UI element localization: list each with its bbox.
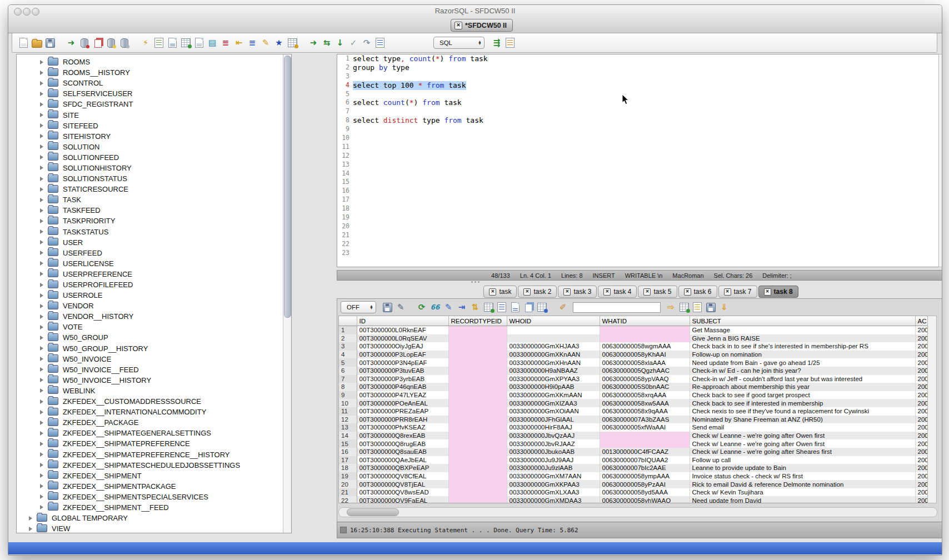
cell-subject[interactable]: Check nexis to see if they've found a re… bbox=[690, 407, 915, 416]
tree-item-rooms[interactable]: ROOMS bbox=[17, 57, 291, 67]
cell-whoid[interactable]: 0033000000GmXM7AAN bbox=[507, 472, 600, 481]
cell-ac[interactable]: 200 bbox=[915, 488, 928, 497]
cell-whatid[interactable] bbox=[600, 334, 690, 343]
sql-editor[interactable]: 1select type, count(*) from task2group b… bbox=[337, 54, 940, 267]
highlight-icon[interactable]: ✐ bbox=[557, 302, 568, 313]
cell-subject[interactable]: Get Massage bbox=[690, 326, 915, 334]
auto-commit-select[interactable]: OFF ▲▼ bbox=[341, 301, 376, 313]
disclosure-triangle-icon[interactable] bbox=[40, 102, 43, 107]
generate-sql-icon[interactable] bbox=[692, 302, 703, 313]
cell-subject[interactable]: Check back to see if interested in membe… bbox=[690, 399, 915, 407]
tree-item-w50-invoice[interactable]: W50_INVOICE bbox=[17, 354, 291, 364]
result-tab-task-4[interactable]: ✕task 4 bbox=[598, 286, 637, 298]
cell-id[interactable]: 00T3000000P46qnEAB bbox=[357, 383, 448, 391]
table-row[interactable]: 500T3000000P3N4pEAF0033000000GmXHnAAN006… bbox=[339, 358, 928, 367]
edit-cell-icon[interactable]: ✎ bbox=[443, 302, 454, 313]
disclosure-triangle-icon[interactable] bbox=[40, 494, 43, 499]
arrow-down-icon[interactable]: ↓ bbox=[334, 37, 346, 48]
connect-db-icon[interactable] bbox=[79, 37, 90, 48]
cell-recordtypeid[interactable] bbox=[448, 432, 507, 440]
cell-subject[interactable]: Check w/ Leanne - we're going after Shea… bbox=[690, 448, 915, 456]
tree-item-userlicense[interactable]: USERLICENSE bbox=[17, 258, 291, 269]
disclosure-triangle-icon[interactable] bbox=[40, 410, 43, 414]
tree-item-sitehistory[interactable]: SITEHISTORY bbox=[17, 131, 291, 142]
favorites-icon[interactable]: ★ bbox=[273, 37, 284, 48]
copy-table-icon[interactable] bbox=[536, 302, 547, 313]
disclosure-triangle-icon[interactable] bbox=[40, 399, 43, 404]
cell-ac[interactable]: 200 bbox=[915, 472, 928, 481]
cell-whoid[interactable]: 0033000000GmXPYAA3 bbox=[507, 375, 600, 383]
cell-whoid[interactable]: 0033000000JbvRJAAZ bbox=[507, 439, 600, 448]
result-tab-task-5[interactable]: ✕task 5 bbox=[638, 286, 677, 298]
disclosure-triangle-icon[interactable] bbox=[40, 484, 43, 488]
tree-item-site[interactable]: SITE bbox=[17, 109, 291, 120]
cell-id[interactable]: 00T3000000PfvKSEAZ bbox=[357, 423, 448, 432]
find-replace-icon[interactable]: ⇶ bbox=[491, 37, 502, 48]
cell-ac[interactable]: 200 bbox=[915, 367, 928, 375]
tab-close-icon[interactable]: ✕ bbox=[764, 288, 771, 296]
disclosure-triangle-icon[interactable] bbox=[40, 463, 43, 467]
disclosure-triangle-icon[interactable] bbox=[40, 219, 43, 223]
cell-ac[interactable]: 200 bbox=[915, 456, 928, 464]
disclosure-triangle-icon[interactable] bbox=[40, 314, 43, 319]
disclosure-triangle-icon[interactable] bbox=[40, 92, 43, 96]
cell-ac[interactable]: 200 bbox=[915, 358, 928, 367]
tree-item-sitefeed[interactable]: SITEFEED bbox=[17, 121, 291, 131]
format-sql-icon[interactable]: ≡ bbox=[247, 37, 258, 48]
cell-recordtypeid[interactable] bbox=[448, 358, 507, 367]
cell-whatid[interactable]: 00630000007A3bZAAS bbox=[600, 416, 690, 424]
page-view-icon[interactable] bbox=[510, 302, 521, 313]
cell-id[interactable]: 00T3000000P3N4pEAF bbox=[357, 358, 448, 367]
tree-item-sfdc-registrant[interactable]: SFDC_REGISTRANT bbox=[17, 99, 291, 109]
indent-left-icon[interactable]: ⇤ bbox=[233, 37, 244, 48]
cell-id[interactable]: 00T3000000QAeJbEAL bbox=[357, 456, 448, 464]
go-forward-icon[interactable]: ➜ bbox=[308, 37, 319, 48]
check-icon[interactable]: ✓ bbox=[348, 37, 359, 48]
table-row[interactable]: 1600T3000000Q8sauEAB0033000000JbukoAAB00… bbox=[339, 448, 928, 456]
disclosure-triangle-icon[interactable] bbox=[40, 240, 43, 244]
cell-whatid[interactable]: 0013000000C4fFCAAZ bbox=[600, 448, 690, 456]
disclosure-triangle-icon[interactable] bbox=[40, 123, 43, 128]
disclosure-triangle-icon[interactable] bbox=[40, 198, 43, 202]
tree-item-w50-group-history[interactable]: W50_GROUP__HISTORY bbox=[17, 343, 291, 354]
edit-sql-icon[interactable]: ✎ bbox=[260, 37, 271, 48]
cell-whatid[interactable]: 006300000058xw5AAA bbox=[600, 399, 690, 407]
column-header-AC[interactable]: AC bbox=[915, 316, 928, 326]
table-star-icon[interactable] bbox=[287, 37, 298, 48]
cell-subject[interactable]: Check-in w/ Jeff - couldn't afford last … bbox=[690, 375, 915, 383]
cell-ac[interactable]: 200 bbox=[915, 334, 928, 343]
tree-item-solutionfeed[interactable]: SOLUTIONFEED bbox=[17, 152, 291, 163]
cell-id[interactable]: 00T3000000P3yrbEAB bbox=[357, 375, 448, 383]
tree-item-selfserviceuser[interactable]: SELFSERVICEUSER bbox=[17, 88, 291, 99]
tree-item-taskfeed[interactable]: TASKFEED bbox=[17, 205, 291, 216]
cell-id[interactable]: 00T3000000P3LopEAF bbox=[357, 351, 448, 359]
save-icon[interactable] bbox=[44, 37, 56, 48]
tree-item-staticresource[interactable]: STATICRESOURCE bbox=[17, 184, 291, 194]
cell-subject[interactable]: Check w/ Leanne - we're going after Owen… bbox=[690, 439, 915, 448]
cell-num[interactable]: 19 bbox=[339, 472, 357, 481]
disclosure-triangle-icon[interactable] bbox=[40, 304, 43, 308]
import-connection-icon[interactable]: ➜ bbox=[66, 37, 77, 48]
disclosure-triangle-icon[interactable] bbox=[40, 272, 43, 276]
cell-ac[interactable]: 200 bbox=[915, 423, 928, 432]
cell-whoid[interactable] bbox=[507, 326, 600, 334]
table-row[interactable]: 600T3000000P3tuvEAB0033000000H9aNBAAZ006… bbox=[339, 367, 928, 375]
tree-item-zkfedex-shipment-feed[interactable]: ZKFEDEX__SHIPMENT__FEED bbox=[17, 502, 291, 513]
disclosure-triangle-icon[interactable] bbox=[40, 81, 43, 86]
cell-subject[interactable]: Follow-up on nomination bbox=[690, 351, 915, 359]
disclosure-triangle-icon[interactable] bbox=[29, 527, 32, 531]
cell-whoid[interactable] bbox=[507, 334, 600, 343]
tree-item-zkfedex-shipmatepreference-history[interactable]: ZKFEDEX__SHIPMATEPREFERENCE__HISTORY bbox=[17, 449, 291, 459]
cell-id[interactable]: 00T3000000P47LYEAZ bbox=[357, 391, 448, 399]
cell-ac[interactable]: 200 bbox=[915, 351, 928, 359]
cell-num[interactable]: 16 bbox=[339, 448, 357, 456]
notes-icon[interactable] bbox=[374, 37, 386, 48]
tab-close-icon[interactable]: ✕ bbox=[489, 288, 496, 296]
cell-whatid[interactable]: 006300000058xrqAAA bbox=[600, 391, 690, 399]
cell-recordtypeid[interactable] bbox=[448, 407, 507, 416]
table-row[interactable]: 1400T3000000Q8rexEAB0033000000JbvQzAAJCh… bbox=[339, 432, 928, 440]
disclosure-triangle-icon[interactable] bbox=[40, 473, 43, 478]
tree-item-w50-group[interactable]: W50_GROUP bbox=[17, 332, 291, 343]
cell-id[interactable]: 00T3000000QV8CfEAL bbox=[357, 472, 448, 481]
cell-whoid[interactable]: 0033000000GmXHJAA3 bbox=[507, 342, 600, 351]
